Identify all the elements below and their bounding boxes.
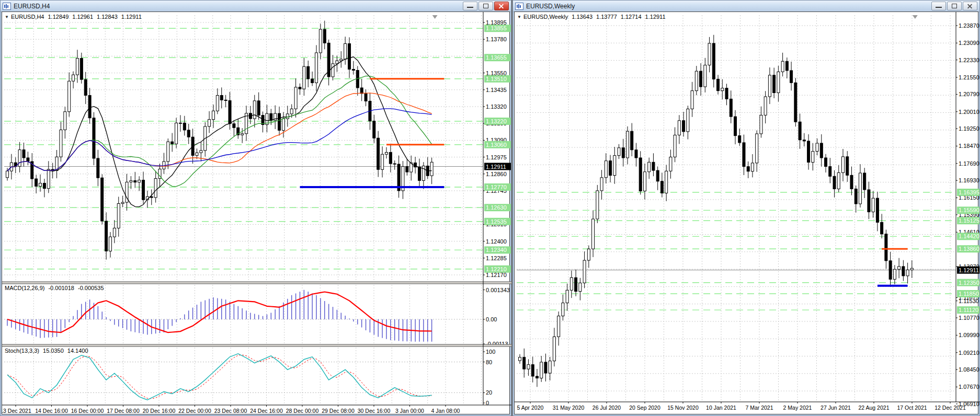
svg-text:1.11120: 1.11120 — [959, 307, 978, 313]
svg-text:26 Jul 2020: 26 Jul 2020 — [592, 405, 621, 411]
svg-text:1.23090: 1.23090 — [959, 40, 979, 46]
svg-text:1.17690: 1.17690 — [959, 160, 979, 167]
svg-text:1.13435: 1.13435 — [486, 87, 507, 93]
chart-icon — [515, 3, 523, 10]
svg-text:15 Nov 2020: 15 Nov 2020 — [667, 405, 699, 411]
header-symbol: EURUSD,H4 — [11, 14, 44, 20]
svg-text:1.20790: 1.20790 — [959, 91, 979, 97]
close-button[interactable] — [494, 2, 509, 10]
restore-button[interactable] — [947, 2, 962, 10]
svg-text:1.12210: 1.12210 — [486, 266, 507, 272]
svg-text:3 Jan 00:00: 3 Jan 00:00 — [395, 408, 424, 414]
svg-text:1.11530: 1.11530 — [959, 298, 979, 304]
svg-text:1.12911: 1.12911 — [486, 164, 506, 170]
minimize-button[interactable] — [931, 2, 946, 10]
svg-text:1.13550: 1.13550 — [486, 70, 507, 76]
svg-text:29 Dec 08:00: 29 Dec 08:00 — [322, 408, 355, 414]
svg-text:23 Dec 08:00: 23 Dec 08:00 — [214, 408, 247, 414]
stoch-signal-value: 14.1400 — [67, 348, 88, 354]
svg-text:1.07670: 1.07670 — [959, 384, 979, 390]
svg-text:14 Dec 16:00: 14 Dec 16:00 — [35, 408, 68, 414]
svg-text:10 Jan 2021: 10 Jan 2021 — [706, 405, 736, 411]
svg-text:4 Jan 08:00: 4 Jan 08:00 — [431, 408, 460, 414]
svg-text:1.19250: 1.19250 — [959, 125, 979, 132]
svg-text:1.16395: 1.16395 — [959, 189, 979, 195]
svg-text:0.001343: 0.001343 — [486, 287, 510, 293]
header-high: 1.13777 — [596, 14, 617, 20]
svg-text:1.11850: 1.11850 — [959, 291, 979, 297]
svg-text:5 Apr 2020: 5 Apr 2020 — [517, 405, 544, 411]
svg-text:1.12975: 1.12975 — [486, 154, 507, 160]
svg-text:1.13860: 1.13860 — [959, 246, 979, 252]
svg-text:13 Dec 2021: 13 Dec 2021 — [2, 408, 31, 414]
svg-text:1.13655: 1.13655 — [486, 54, 507, 61]
svg-text:16 Dec 00:00: 16 Dec 00:00 — [71, 408, 104, 414]
svg-text:1.15125: 1.15125 — [959, 217, 979, 224]
close-button[interactable] — [963, 2, 977, 10]
svg-text:1.12170: 1.12170 — [486, 272, 507, 278]
header-symbol: EURUSD,Weekly — [523, 14, 568, 20]
svg-text:1.16930: 1.16930 — [959, 177, 979, 183]
stoch-indicator-label: Stoch(13,3,3)15.035014.1400 — [5, 348, 88, 354]
svg-text:1.12630: 1.12630 — [486, 204, 507, 211]
window-titlebar[interactable]: EURUSD,Weekly — [513, 1, 979, 12]
symbol-dropdown-icon[interactable]: ▼ — [517, 15, 521, 19]
svg-text:1.13320: 1.13320 — [486, 103, 507, 110]
svg-text:1.12911: 1.12911 — [959, 267, 979, 273]
svg-text:7 Mar 2021: 7 Mar 2021 — [745, 405, 773, 411]
svg-text:20 Sep 2020: 20 Sep 2020 — [629, 405, 660, 411]
svg-text:1.12860: 1.12860 — [486, 171, 507, 177]
header-low: 1.12714 — [621, 14, 642, 20]
svg-text:1.12770: 1.12770 — [486, 184, 507, 190]
svg-text:1.13895: 1.13895 — [486, 19, 507, 26]
svg-text:100: 100 — [486, 349, 495, 355]
main-chart-canvas[interactable]: 1.238701.230901.223301.215501.207901.200… — [515, 12, 980, 416]
svg-text:1.08450: 1.08450 — [959, 366, 979, 373]
main-chart-canvas[interactable]: 0.0013430.00-0.00113100802001.138951.137… — [2, 12, 511, 416]
svg-text:1.21550: 1.21550 — [959, 74, 979, 80]
svg-text:20: 20 — [486, 389, 492, 396]
header-open: 1.13643 — [572, 14, 592, 20]
svg-text:1.13780: 1.13780 — [486, 36, 507, 42]
window-titlebar[interactable]: EURUSD,H4 — [1, 1, 511, 12]
svg-text:1.20010: 1.20010 — [959, 109, 979, 115]
chart-header: ▼EURUSD,Weekly1.136431.137771.127141.129… — [517, 14, 666, 20]
svg-text:1.23870: 1.23870 — [959, 22, 979, 29]
chart-icon — [3, 3, 11, 10]
symbol-dropdown-icon[interactable]: ▼ — [5, 15, 9, 19]
svg-text:20 Dec 16:00: 20 Dec 16:00 — [143, 408, 176, 414]
header-low: 1.12843 — [97, 14, 118, 20]
svg-text:12 Dec 2021: 12 Dec 2021 — [935, 405, 966, 411]
svg-text:1.12350: 1.12350 — [959, 280, 979, 286]
window-title: EURUSD,H4 — [14, 3, 50, 10]
svg-text:22 Aug 2021: 22 Aug 2021 — [859, 405, 890, 411]
svg-text:31 May 2020: 31 May 2020 — [553, 405, 585, 411]
svg-text:1.12285: 1.12285 — [486, 255, 507, 261]
header-close: 1.12911 — [121, 14, 142, 20]
restore-button[interactable] — [478, 2, 493, 10]
svg-text:1.18470: 1.18470 — [959, 143, 979, 149]
svg-text:2 May 2021: 2 May 2021 — [783, 405, 812, 411]
svg-text:1.09210: 1.09210 — [959, 350, 979, 356]
minimize-button[interactable] — [463, 2, 477, 10]
macd-main-value: -0.001018 — [48, 285, 74, 291]
svg-text:1.13060: 1.13060 — [486, 142, 507, 148]
svg-text:30 Dec 16:00: 30 Dec 16:00 — [358, 408, 391, 414]
header-high: 1.12961 — [72, 14, 93, 20]
chart-window-eurusd-h4[interactable]: EURUSD,H4 0.0013430.00-0.00113100802001.… — [0, 0, 511, 416]
svg-text:1.12400: 1.12400 — [486, 238, 507, 245]
window-title: EURUSD,Weekly — [526, 3, 575, 10]
svg-text:80: 80 — [486, 359, 492, 365]
svg-text:27 Jun 2021: 27 Jun 2021 — [821, 405, 851, 411]
svg-text:1.12535: 1.12535 — [486, 218, 507, 225]
svg-text:1.12340: 1.12340 — [486, 247, 507, 253]
stoch-main-value: 15.0350 — [43, 348, 64, 354]
svg-text:24 Dec 16:00: 24 Dec 16:00 — [250, 408, 283, 414]
chart-area[interactable]: 0.0013430.00-0.00113100802001.138951.137… — [2, 11, 510, 414]
svg-text:1.14420: 1.14420 — [959, 233, 979, 239]
svg-text:1.13510: 1.13510 — [486, 76, 507, 82]
macd-indicator-label: MACD(12,26,9)-0.001018-0.000535 — [5, 285, 104, 291]
chart-window-eurusd-weekly[interactable]: EURUSD,Weekly 1.238701.230901.223301.215… — [512, 0, 980, 416]
svg-text:1.15590: 1.15590 — [959, 207, 979, 213]
chart-area[interactable]: 1.238701.230901.223301.215501.207901.200… — [514, 11, 978, 414]
